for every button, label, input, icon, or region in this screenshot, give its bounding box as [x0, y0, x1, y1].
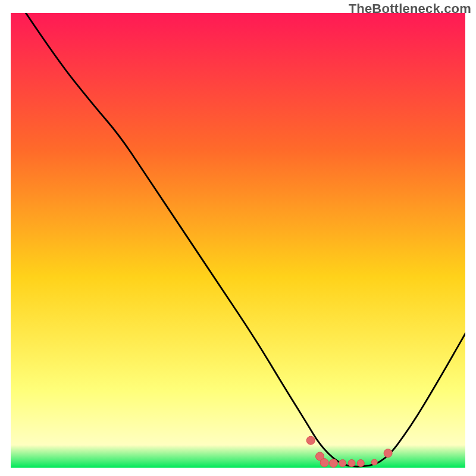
chart-container: TheBottleneck.com — [0, 0, 476, 476]
marker-dot — [306, 436, 315, 444]
curve-path — [20, 13, 465, 466]
marker-dot — [329, 459, 337, 467]
watermark-text: TheBottleneck.com — [349, 1, 471, 17]
bottleneck-curve — [20, 13, 465, 466]
marker-dot — [384, 449, 392, 458]
marker-dot — [320, 459, 328, 467]
marker-dot — [357, 459, 364, 466]
marker-dot — [371, 459, 377, 465]
curve-layer — [11, 13, 465, 468]
plot-area — [11, 13, 465, 468]
marker-dot — [348, 459, 355, 466]
marker-dot — [339, 459, 346, 466]
